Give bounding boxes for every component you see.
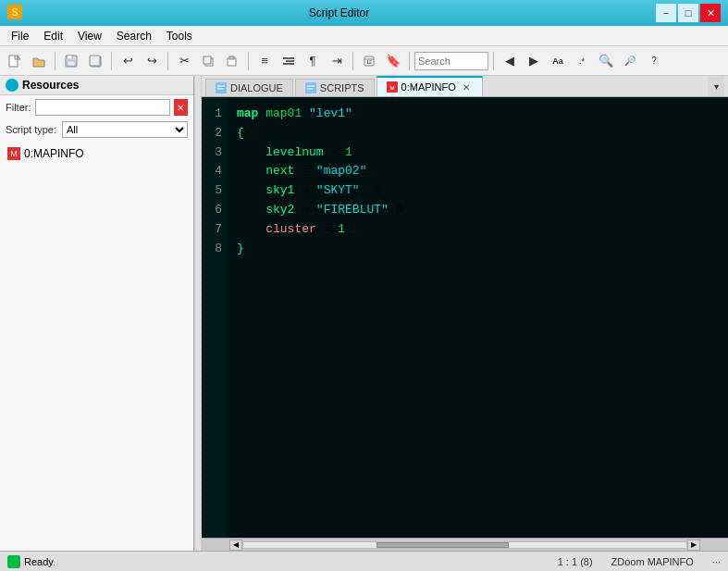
script-type-row: Script type: All MAPINFO Dialogue Script… [0, 119, 193, 142]
status-text: Ready. [24, 556, 554, 567]
status-position: 1 : 1 (8) [558, 556, 593, 567]
redo-button[interactable]: ↪ [141, 50, 163, 72]
tab-dialogue[interactable]: DIALOGUE [205, 79, 293, 96]
hscroll-thumb[interactable] [376, 542, 510, 548]
tab-scripts-label: SCRIPTS [320, 82, 364, 93]
hscroll-right-button[interactable]: ▶ [687, 540, 700, 551]
menu-view[interactable]: View [70, 28, 109, 44]
tab-scripts-icon [305, 82, 316, 93]
menu-bar: File Edit View Search Tools [0, 26, 728, 46]
format-button[interactable]: ¶ [302, 50, 324, 72]
zoom-out-button[interactable]: 🔎 [619, 50, 641, 72]
toolbar-sep-6 [409, 52, 410, 70]
title-text: Script Editor [22, 6, 656, 19]
filter-clear-button[interactable]: ✕ [174, 99, 189, 116]
close-button[interactable]: ✕ [700, 4, 721, 22]
hscroll-track[interactable] [242, 541, 687, 549]
code-editor[interactable]: 1 2 3 4 5 6 7 8 map map01 "lev1" { level… [202, 97, 728, 538]
status-icon [7, 555, 20, 568]
status-bar: Ready. 1 : 1 (8) ZDoom MAPINFO ··· [0, 551, 728, 571]
svg-rect-22 [305, 82, 316, 93]
right-panel: DIALOGUE SCRIPTS M 0:MAPINFO ✕ ▾ 1 2 3 4 [202, 76, 728, 551]
svg-rect-8 [90, 56, 100, 66]
tree-item-icon: M [7, 147, 20, 160]
save-all-button[interactable] [84, 50, 106, 72]
tree-item-label: 0:MAPINFO [24, 147, 84, 160]
copy-button[interactable] [197, 50, 219, 72]
svg-rect-19 [216, 82, 227, 93]
paste-button[interactable] [221, 50, 243, 72]
title-bar: S Script Editor − □ ✕ [0, 0, 728, 26]
tab-mapinfo-close[interactable]: ✕ [460, 81, 473, 93]
tree-item-mapinfo[interactable]: M 0:MAPINFO [0, 145, 193, 162]
toolbar-sep-7 [493, 52, 494, 70]
tab-scripts[interactable]: SCRIPTS [295, 79, 375, 96]
status-dots: ··· [712, 556, 721, 567]
svg-rect-6 [68, 61, 75, 66]
maximize-button[interactable]: □ [678, 4, 698, 22]
filter-input[interactable] [35, 99, 170, 116]
menu-edit[interactable]: Edit [36, 28, 70, 44]
tab-scroll-right-button[interactable]: ▾ [708, 76, 724, 96]
indent-button[interactable]: ⇥ [326, 50, 348, 72]
goto-button[interactable]: 12 [358, 50, 380, 72]
main-area: Resources Filter: ✕ Script type: All MAP… [0, 76, 728, 551]
tab-mapinfo-label: 0:MAPINFO [401, 81, 456, 93]
resources-label: Resources [22, 79, 79, 92]
toolbar-sep-3 [167, 52, 168, 70]
match-case-button[interactable]: Aa [547, 50, 569, 72]
tab-dialogue-icon [216, 82, 227, 93]
toolbar-sep-5 [352, 52, 353, 70]
undo-button[interactable]: ↩ [117, 50, 139, 72]
open-button[interactable] [28, 50, 50, 72]
cut-button[interactable]: ✂ [173, 50, 195, 72]
filter-label: Filter: [6, 102, 31, 113]
svg-rect-10 [204, 56, 211, 64]
app-icon: S [7, 5, 22, 22]
left-panel: Resources Filter: ✕ Script type: All MAP… [0, 76, 194, 551]
next-result-button[interactable]: ▶ [523, 50, 545, 72]
help-button[interactable]: ? [643, 50, 665, 72]
code-lines: map map01 "lev1" { levelnum = 1 next = "… [228, 97, 728, 538]
svg-text:S: S [12, 7, 19, 18]
new-button[interactable] [4, 50, 26, 72]
tabs-bar: DIALOGUE SCRIPTS M 0:MAPINFO ✕ ▾ [202, 76, 728, 97]
window-controls: − □ ✕ [656, 4, 721, 22]
resource-tree: M 0:MAPINFO [0, 142, 193, 551]
svg-text:12: 12 [366, 59, 372, 65]
status-format: ZDoom MAPINFO [611, 556, 694, 567]
resize-handle[interactable] [194, 76, 202, 551]
tab-mapinfo[interactable]: M 0:MAPINFO ✕ [376, 76, 483, 96]
svg-rect-12 [229, 56, 234, 59]
minimize-button[interactable]: − [656, 4, 676, 22]
regex-button[interactable]: .* [571, 50, 593, 72]
zoom-in-button[interactable]: 🔍 [595, 50, 617, 72]
script-type-select[interactable]: All MAPINFO Dialogue Scripts [62, 121, 188, 138]
code-content: 1 2 3 4 5 6 7 8 map map01 "lev1" { level… [202, 97, 728, 538]
toolbar-sep-2 [111, 52, 112, 70]
align-left-button[interactable]: ≡ [253, 50, 276, 72]
line-numbers: 1 2 3 4 5 6 7 8 [202, 97, 228, 538]
svg-marker-3 [18, 56, 20, 59]
editor-hscroll: ◀ ▶ [202, 538, 728, 551]
toolbar: ↩ ↪ ✂ ≡ ¶ ⇥ 12 🔖 ◀ ▶ Aa .* 🔍 🔎 ? [0, 46, 728, 76]
menu-search[interactable]: Search [109, 28, 159, 44]
filter-row: Filter: ✕ [0, 95, 193, 119]
svg-rect-5 [68, 56, 72, 59]
align-right-button[interactable] [278, 50, 300, 72]
tab-mapinfo-icon: M [387, 81, 398, 93]
prev-result-button[interactable]: ◀ [499, 50, 521, 72]
svg-rect-2 [9, 56, 18, 67]
resources-icon [6, 79, 19, 92]
hscroll-left-button[interactable]: ◀ [229, 540, 242, 551]
menu-tools[interactable]: Tools [159, 28, 200, 44]
bookmark-button[interactable]: 🔖 [382, 50, 404, 72]
search-input[interactable] [414, 52, 488, 70]
svg-text:M: M [389, 85, 394, 91]
toolbar-sep-4 [248, 52, 249, 70]
status-right: 1 : 1 (8) ZDoom MAPINFO ··· [558, 556, 721, 567]
toolbar-sep-1 [55, 52, 56, 70]
script-type-label: Script type: [6, 124, 56, 135]
menu-file[interactable]: File [4, 28, 36, 44]
save-button[interactable] [60, 50, 82, 72]
